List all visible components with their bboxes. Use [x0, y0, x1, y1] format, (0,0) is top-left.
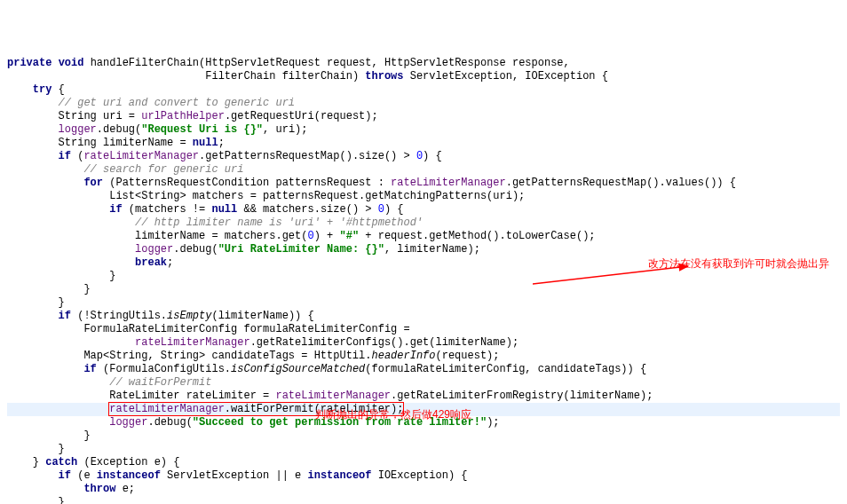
call: .debug(	[97, 123, 141, 136]
keyword-catch: catch	[45, 456, 77, 469]
code-line: FormulaRateLimiterConfig formulaRateLimi…	[83, 323, 409, 335]
type: String	[59, 110, 97, 122]
keyword-if: if	[109, 203, 122, 216]
keyword-null: null	[211, 203, 237, 216]
code: (FormulaConfigUtils.	[97, 363, 231, 375]
keyword-null: null	[193, 137, 218, 149]
field: urlPathHelper	[141, 110, 225, 122]
keyword-void: void	[59, 57, 84, 69]
comment: // http limiter name is 'uri' + '#httpme…	[135, 217, 423, 229]
exception-type: IOException	[525, 70, 595, 83]
code: =	[173, 137, 193, 149]
static-method: isConfigSourceMatched	[231, 363, 365, 375]
field: rateLimiterManager	[275, 390, 391, 402]
code: (matchers !=	[123, 203, 212, 216]
param-name: request	[327, 57, 371, 69]
param-name: response	[512, 57, 564, 69]
field: rateLimiterManager	[109, 403, 225, 415]
code: Map<String, String> candidateTags = Http…	[83, 350, 371, 362]
code: ) {	[423, 150, 442, 162]
field: rateLimiterManager	[135, 336, 250, 349]
code: (!StringUtils.	[71, 310, 167, 322]
field: logger	[109, 416, 147, 429]
code: + request.getMethod().toLowerCase();	[359, 230, 595, 242]
call: .getPatternsRequestMap().size() >	[199, 150, 416, 162]
code: (limiterName)) {	[211, 310, 313, 322]
code: e;	[115, 483, 135, 495]
code: (	[71, 150, 83, 162]
code: ServletException || e	[161, 469, 308, 482]
param-type: HttpServletResponse	[384, 57, 506, 69]
exception-type: ServletException	[410, 70, 512, 83]
code: ) +	[314, 230, 340, 242]
keyword-if: if	[83, 363, 96, 375]
number: 0	[416, 150, 423, 162]
static-method: isEmpty	[167, 310, 211, 322]
code-line: List<String> matchers = patternsRequest.…	[109, 190, 525, 202]
keyword-private: private	[7, 57, 51, 69]
keyword-if: if	[59, 310, 71, 322]
type: String	[59, 137, 97, 149]
code: RateLimiter rateLimiter =	[109, 390, 275, 402]
code: IOException) {	[372, 469, 468, 482]
code: (formulaRateLimiterConfig, candidateTags…	[365, 363, 646, 375]
keyword-instanceof: instanceof	[97, 469, 161, 482]
call: .getRateLimiterFromRegistry(limiterName)…	[391, 390, 653, 402]
keyword-throws: throws	[365, 70, 403, 83]
static-method: headerInfo	[371, 350, 435, 362]
annotation-text-2: 判断抛出的异常，然后做429响应	[315, 408, 471, 421]
call: .getRequestUri(request);	[225, 110, 378, 122]
code: && matchers.size() >	[237, 203, 377, 216]
field: rateLimiterManager	[83, 150, 199, 162]
field: logger	[59, 123, 97, 136]
comment: // get uri and convert to generic uri	[59, 97, 295, 109]
keyword-try: try	[33, 83, 52, 96]
param-name: filterChain	[282, 70, 352, 83]
keyword-if: if	[59, 150, 71, 162]
code: ) {	[384, 203, 404, 216]
code-editor[interactable]: private void handleFilterChain(HttpServl…	[7, 57, 840, 504]
var: limiterName	[103, 137, 173, 149]
code: (PatternsRequestCondition patternsReques…	[103, 177, 391, 189]
keyword-break: break	[135, 256, 167, 269]
code: );	[487, 416, 499, 429]
method-name: handleFilterChain	[91, 57, 199, 69]
call: .debug(	[173, 243, 218, 256]
keyword-if: if	[59, 469, 71, 482]
keyword-for: for	[83, 177, 103, 189]
number: 0	[378, 203, 384, 216]
code: (e	[71, 469, 97, 482]
number: 0	[307, 230, 313, 242]
code: (Exception e) {	[77, 456, 179, 469]
code: , limiterName);	[384, 243, 480, 256]
param-type: HttpServletRequest	[205, 57, 321, 69]
call: .getPatternsRequestMap().values()) {	[506, 177, 736, 189]
call: .getRatelimiterConfigs().get(limiterName…	[250, 336, 518, 349]
var: uri	[103, 110, 123, 122]
code: , uri);	[263, 123, 307, 136]
code: (request);	[436, 350, 500, 362]
string: "Uri RateLimiter Name: {}"	[218, 243, 384, 256]
call: .debug(	[147, 416, 192, 429]
code: limiterName = matchers.get(	[135, 230, 307, 242]
param-type: FilterChain	[205, 70, 275, 83]
annotation-text-1: 改方法在没有获取到许可时就会抛出异	[648, 257, 829, 271]
field: logger	[135, 243, 173, 256]
string: "#"	[339, 230, 359, 242]
keyword-throw: throw	[83, 483, 115, 495]
keyword-instanceof: instanceof	[307, 469, 371, 482]
string: "Request Uri is {}"	[141, 123, 263, 136]
field: rateLimiterManager	[391, 177, 506, 189]
comment: // search for generic uri	[83, 163, 243, 176]
comment: // waitForPermit	[109, 376, 211, 389]
